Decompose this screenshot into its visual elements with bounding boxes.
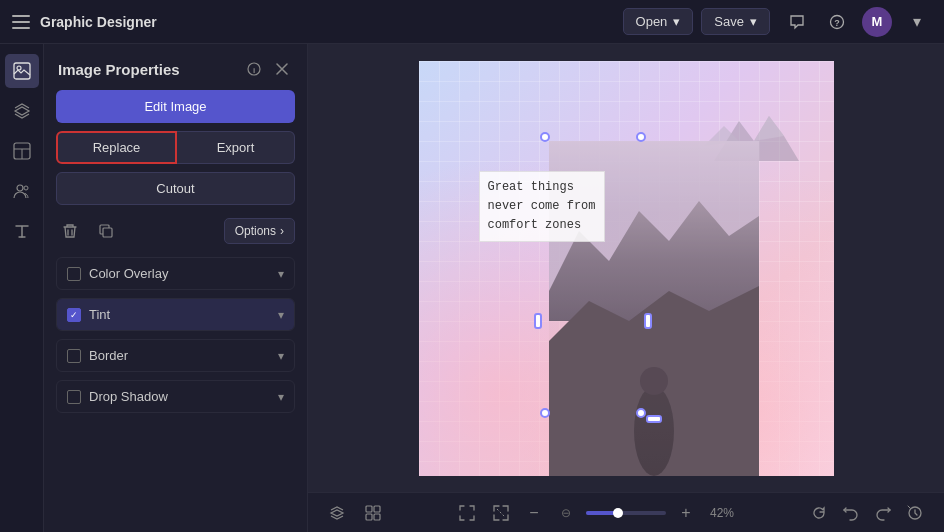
border-chevron: ▾ — [278, 349, 284, 363]
drop-shadow-header[interactable]: Drop Shadow ▾ — [57, 381, 294, 412]
chevron-down-icon: ▾ — [673, 14, 680, 29]
drop-shadow-chevron: ▾ — [278, 390, 284, 404]
bottom-center: − ⊖ + 42% — [396, 500, 796, 526]
refresh-icon[interactable] — [806, 500, 832, 526]
panel-body: Edit Image Replace Export Cutout — [44, 90, 307, 532]
tint-checkbox[interactable] — [67, 308, 81, 322]
svg-point-3 — [17, 66, 21, 70]
svg-rect-18 — [366, 514, 372, 520]
topbar-left: Graphic Designer — [12, 14, 611, 30]
main-content: Image Properties i Edit Image — [0, 44, 944, 532]
quote-text: Great things never come from comfort zon… — [479, 171, 605, 243]
export-button[interactable]: Export — [177, 131, 295, 164]
redo-icon[interactable] — [870, 500, 896, 526]
selection-handle-mr[interactable] — [644, 313, 652, 329]
border-header[interactable]: Border ▾ — [57, 340, 294, 371]
design-canvas: Great things never come from comfort zon… — [419, 61, 834, 476]
sidebar-item-users[interactable] — [5, 174, 39, 208]
panel-header: Image Properties i — [44, 44, 307, 90]
help-icon-button[interactable]: ? — [822, 7, 852, 37]
sidebar-item-image[interactable] — [5, 54, 39, 88]
chat-icon-button[interactable] — [782, 7, 812, 37]
replace-button[interactable]: Replace — [56, 131, 177, 164]
sidebar-item-text[interactable] — [5, 214, 39, 248]
trash-icon[interactable] — [56, 217, 84, 245]
resize-icon[interactable] — [488, 500, 514, 526]
panel-title: Image Properties — [58, 61, 235, 78]
color-overlay-checkbox[interactable] — [67, 267, 81, 281]
layers-icon[interactable] — [324, 500, 350, 526]
svg-text:?: ? — [834, 18, 840, 28]
zoom-in-button[interactable]: + — [674, 501, 698, 525]
edit-image-button[interactable]: Edit Image — [56, 90, 295, 123]
drop-shadow-section: Drop Shadow ▾ — [56, 380, 295, 413]
svg-rect-17 — [374, 506, 380, 512]
chevron-down-icon-button[interactable]: ▾ — [902, 7, 932, 37]
copy-icon[interactable] — [92, 217, 120, 245]
zoom-out-button[interactable]: − — [522, 501, 546, 525]
selection-handle-tl[interactable] — [540, 132, 550, 142]
selection-handle-bm[interactable] — [646, 415, 662, 423]
open-button[interactable]: Open ▾ — [623, 8, 694, 35]
border-checkbox[interactable] — [67, 349, 81, 363]
color-overlay-section: Color Overlay ▾ — [56, 257, 295, 290]
color-overlay-chevron: ▾ — [278, 267, 284, 281]
bottom-right — [806, 500, 928, 526]
cutout-button[interactable]: Cutout — [56, 172, 295, 205]
sidebar-item-layers[interactable] — [5, 94, 39, 128]
zoom-center-button[interactable]: ⊖ — [554, 501, 578, 525]
color-overlay-label: Color Overlay — [89, 266, 270, 281]
selection-handle-tr[interactable] — [636, 132, 646, 142]
svg-rect-11 — [103, 228, 112, 237]
replace-export-row: Replace Export — [56, 131, 295, 164]
close-icon[interactable] — [271, 58, 293, 80]
options-button[interactable]: Options › — [224, 218, 295, 244]
tint-label: Tint — [89, 307, 270, 322]
tint-section: Tint ▾ — [56, 298, 295, 331]
svg-point-8 — [24, 186, 28, 190]
info-icon[interactable]: i — [243, 58, 265, 80]
grid-icon[interactable] — [360, 500, 386, 526]
border-label: Border — [89, 348, 270, 363]
chevron-down-icon: ▾ — [750, 14, 757, 29]
chevron-right-icon: › — [280, 224, 284, 238]
user-avatar[interactable]: M — [862, 7, 892, 37]
save-button[interactable]: Save ▾ — [701, 8, 770, 35]
bottom-toolbar: − ⊖ + 42% — [308, 492, 944, 532]
history-icon[interactable] — [902, 500, 928, 526]
bottom-left — [324, 500, 386, 526]
icon-sidebar — [0, 44, 44, 532]
color-overlay-header[interactable]: Color Overlay ▾ — [57, 258, 294, 289]
svg-point-7 — [17, 185, 23, 191]
border-section: Border ▾ — [56, 339, 295, 372]
drop-shadow-checkbox[interactable] — [67, 390, 81, 404]
topbar-center: Open ▾ Save ▾ — [623, 8, 770, 35]
fit-screen-icon[interactable] — [454, 500, 480, 526]
properties-panel: Image Properties i Edit Image — [44, 44, 308, 532]
selection-handle-br[interactable] — [636, 408, 646, 418]
topbar-right: ? M ▾ — [782, 7, 932, 37]
panel-header-icons: i — [243, 58, 293, 80]
icon-action-row: Options › — [56, 213, 295, 249]
tint-header[interactable]: Tint ▾ — [57, 299, 294, 330]
selection-handle-ml[interactable] — [534, 313, 542, 329]
hamburger-menu[interactable] — [12, 15, 30, 29]
svg-rect-16 — [366, 506, 372, 512]
selection-handle-bl[interactable] — [540, 408, 550, 418]
tint-chevron: ▾ — [278, 308, 284, 322]
undo-icon[interactable] — [838, 500, 864, 526]
canvas-container[interactable]: Great things never come from comfort zon… — [308, 44, 944, 492]
app-title: Graphic Designer — [40, 14, 157, 30]
sidebar-item-layout[interactable] — [5, 134, 39, 168]
zoom-slider[interactable] — [586, 511, 666, 515]
svg-rect-19 — [374, 514, 380, 520]
canvas-area: Great things never come from comfort zon… — [308, 44, 944, 532]
drop-shadow-label: Drop Shadow — [89, 389, 270, 404]
svg-text:i: i — [253, 66, 255, 75]
zoom-level: 42% — [706, 506, 738, 520]
zoom-slider-thumb — [613, 508, 623, 518]
topbar: Graphic Designer Open ▾ Save ▾ ? M ▾ — [0, 0, 944, 44]
